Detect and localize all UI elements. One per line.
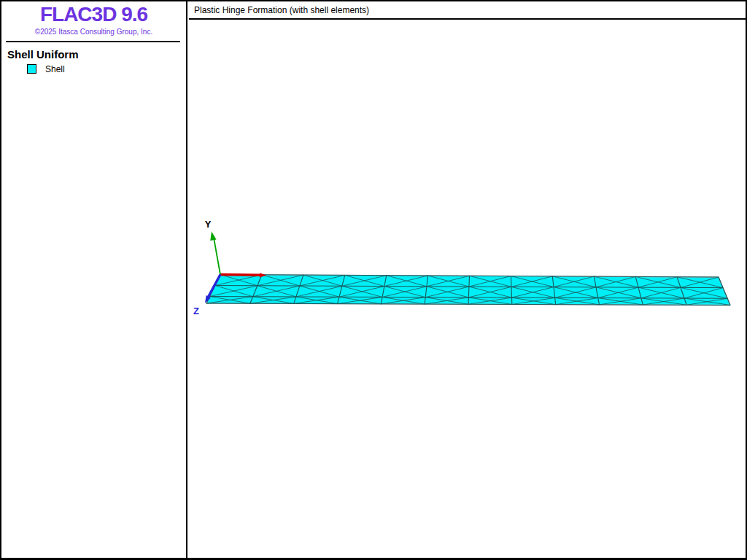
plot-area: Plastic Hinge Formation (with shell elem… bbox=[189, 1, 746, 558]
y-axis-arrow bbox=[210, 232, 216, 241]
sidebar: FLAC3D 9.6 ©2025 Itasca Consulting Group… bbox=[1, 1, 187, 558]
x-axis-line bbox=[220, 275, 260, 276]
legend-heading: Shell Uniform bbox=[7, 48, 186, 61]
flac3d-logo: FLAC3D 9.6 ©2025 Itasca Consulting Group… bbox=[1, 1, 186, 36]
y-axis-line bbox=[214, 238, 220, 275]
legend-item-label: Shell bbox=[45, 64, 65, 74]
plot-title-bar: Plastic Hinge Formation (with shell elem… bbox=[189, 1, 746, 20]
app-window: FLAC3D 9.6 ©2025 Itasca Consulting Group… bbox=[0, 0, 747, 560]
shell-mesh bbox=[206, 275, 730, 306]
shell-color-swatch[interactable] bbox=[27, 64, 36, 74]
plot-title: Plastic Hinge Formation (with shell elem… bbox=[194, 5, 369, 15]
logo-copyright: ©2025 Itasca Consulting Group, Inc. bbox=[1, 28, 186, 36]
plot-viewport[interactable]: Y Z bbox=[189, 21, 746, 558]
legend: Shell Uniform Shell bbox=[1, 42, 186, 74]
shell-3d-view[interactable]: Y Z bbox=[189, 21, 746, 558]
y-axis-label: Y bbox=[205, 219, 212, 230]
z-axis-label: Z bbox=[193, 306, 199, 316]
legend-item-shell[interactable]: Shell bbox=[27, 64, 186, 74]
logo-title: FLAC3D 9.6 bbox=[1, 4, 186, 26]
